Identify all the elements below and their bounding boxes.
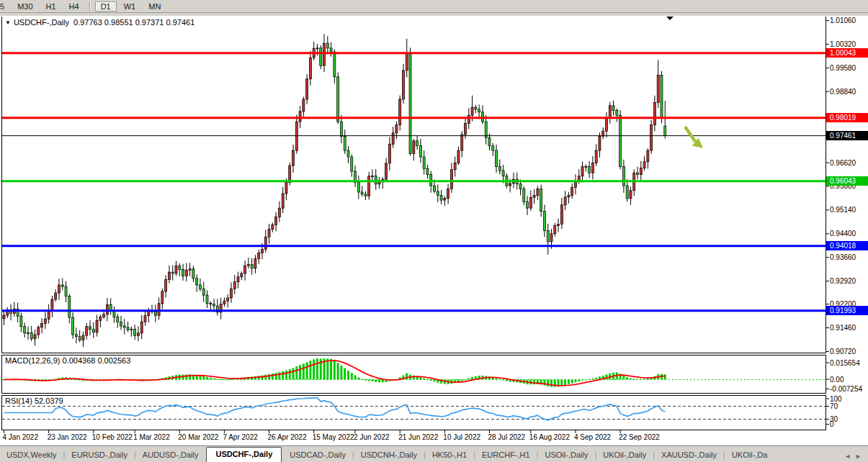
rsi-pane[interactable]	[1, 395, 826, 430]
price-axis-label-1.01060: 1.01060	[830, 17, 856, 24]
price-axis-label-0.92920: 0.92920	[830, 277, 856, 285]
tab-usdcnh-daily[interactable]: USDCNH-,Daily	[354, 448, 424, 462]
date-axis-label: 4 Jan 2022	[3, 433, 39, 441]
price-line-label-1.00043: 1.00043	[826, 48, 868, 58]
date-axis-label: 23 Jan 2022	[48, 433, 87, 441]
price-line-label-0.96043: 0.96043	[826, 176, 868, 186]
macd-axis-label--0.007254: -0.007254	[830, 385, 862, 393]
chart-ohlc-values: 0.97763 0.98551 0.97371 0.97461	[73, 18, 194, 27]
chart-title: ▼USDCHF-,Daily 0.97763 0.98551 0.97371 0…	[5, 18, 194, 27]
date-axis-label: 15 May 2022	[313, 433, 354, 441]
date-axis-label: 10 Feb 2022	[92, 433, 133, 441]
price-axis-label-1.00320: 1.00320	[830, 40, 856, 48]
date-axis-label: 21 Jun 2022	[398, 433, 438, 441]
price-axis-label-0.98840: 0.98840	[830, 88, 856, 96]
macd-axis-label-0.00: 0.00	[830, 376, 844, 384]
period-button-h1[interactable]: H1	[40, 1, 62, 12]
tab-ukoil-daily[interactable]: UKOil-,Daily	[596, 448, 653, 462]
period-button-w1[interactable]: W1	[118, 1, 142, 12]
date-axis-label: 20 Mar 2022	[178, 433, 218, 441]
chart-symbol-period: USDCHF-,Daily	[14, 18, 69, 27]
chart-tabbar: USDX,Weekly|EURUSD-,Daily|AUDUSD-,DailyU…	[0, 445, 868, 462]
period-button-h4[interactable]: H4	[63, 1, 85, 12]
chart-dropdown-icon[interactable]: ▼	[5, 19, 11, 26]
price-line-label-0.94018: 0.94018	[826, 241, 868, 250]
rsi-indicator-label: RSI(14) 52.0379	[5, 397, 63, 405]
price-axis-label-0.91460: 0.91460	[830, 324, 856, 332]
price-line-label-0.91993: 0.91993	[826, 306, 868, 315]
period-button-mn[interactable]: MN	[143, 1, 166, 12]
price-line-label-0.98019: 0.98019	[826, 113, 868, 122]
tab-scroll-right-icon[interactable]: ►	[853, 453, 864, 460]
date-axis-label: 26 Apr 2022	[268, 433, 307, 441]
tab-hk50-h1[interactable]: HK50-,H1	[426, 448, 473, 462]
date-axis-label: 22 Sep 2022	[619, 433, 660, 441]
tab-usoil-daily[interactable]: USOil-,Daily	[539, 448, 595, 462]
tab-scroll-left-icon[interactable]: ◄	[842, 453, 853, 460]
price-axis-label-0.96620: 0.96620	[830, 159, 856, 167]
price-axis-label-0.95140: 0.95140	[830, 206, 856, 214]
tab-audusd-daily[interactable]: AUDUSD-,Daily	[136, 448, 205, 462]
tab-xauusd-daily[interactable]: XAUUSD-,Daily	[655, 448, 723, 462]
tab-scroll-controls: ◄►	[838, 453, 868, 462]
rsi-axis-label-0: 0	[830, 420, 834, 428]
tab-usdx-weekly[interactable]: USDX,Weekly	[0, 448, 63, 462]
period-button-d1[interactable]: D1	[95, 1, 117, 12]
tab-ukoil-da[interactable]: UKOil-,Da	[725, 448, 774, 462]
price-axis-label-0.93660: 0.93660	[830, 253, 856, 261]
date-axis-label: 2 Jun 2022	[354, 433, 390, 441]
macd-indicator-label: MACD(12,26,9) 0.004368 0.002563	[5, 356, 130, 365]
rsi-axis-label-70: 70	[830, 402, 838, 410]
date-axis-label: 10 Jul 2022	[443, 433, 480, 441]
date-axis-label: 28 Jul 2022	[488, 433, 525, 441]
date-axis-label: 7 Apr 2022	[223, 433, 257, 441]
price-axis-label-0.94400: 0.94400	[830, 230, 856, 237]
price-axis-label-0.90720: 0.90720	[830, 348, 856, 355]
tab-eurchf-h1[interactable]: EURCHF-,H1	[475, 448, 537, 462]
tab-usdchf-daily[interactable]: USDCHF-,Daily	[206, 447, 282, 462]
period-toolbar: 5M30H1H4D1W1MN	[0, 0, 868, 13]
rsi-axis-label-100: 100	[830, 395, 842, 403]
date-axis-label: 1 Mar 2022	[133, 433, 170, 441]
period-button-5[interactable]: 5	[0, 1, 10, 12]
period-button-m30[interactable]: M30	[12, 1, 38, 12]
date-axis-label: 4 Sep 2022	[574, 433, 611, 441]
price-line-label-0.97461: 0.97461	[826, 131, 868, 140]
price-axis-label-0.99580: 0.99580	[830, 64, 856, 72]
toolbar-separator	[89, 1, 91, 11]
price-pane[interactable]	[1, 16, 826, 353]
tab-eurusd-daily[interactable]: EURUSD-,Daily	[65, 448, 134, 462]
date-axis-label: 16 Aug 2022	[529, 433, 570, 441]
macd-axis-label-0.015654: 0.015654	[830, 359, 860, 367]
tab-usdcad-daily[interactable]: USDCAD-,Daily	[283, 448, 352, 462]
